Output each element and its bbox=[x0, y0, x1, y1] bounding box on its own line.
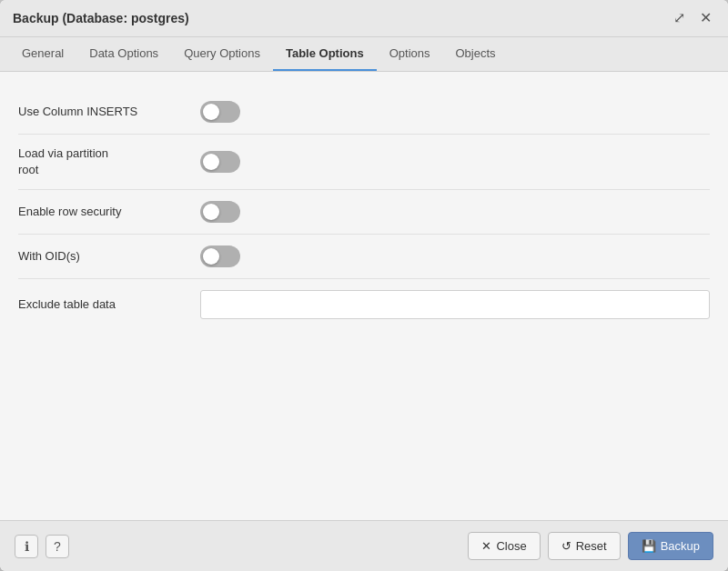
with-oids-label: With OID(s) bbox=[18, 248, 200, 265]
footer-right: ✕ Close ↺ Reset 💾 Backup bbox=[468, 532, 713, 560]
use-column-inserts-label: Use Column INSERTS bbox=[18, 104, 200, 120]
exclude-table-data-row: Exclude table data bbox=[18, 279, 710, 330]
reset-button[interactable]: ↺ Reset bbox=[548, 532, 621, 560]
with-oids-slider bbox=[200, 245, 240, 267]
backup-button[interactable]: 💾 Backup bbox=[628, 532, 713, 560]
backup-label: Backup bbox=[661, 539, 700, 553]
tab-query-options[interactable]: Query Options bbox=[171, 37, 273, 71]
help-icon: ? bbox=[54, 539, 61, 554]
load-via-partition-root-label: Load via partitionroot bbox=[18, 145, 200, 178]
load-via-partition-root-control bbox=[200, 151, 710, 173]
tab-general[interactable]: General bbox=[9, 37, 76, 71]
info-icon: ℹ bbox=[25, 539, 29, 554]
load-via-partition-root-toggle[interactable] bbox=[200, 151, 240, 173]
tabs-bar: General Data Options Query Options Table… bbox=[0, 37, 728, 72]
footer-left: ℹ ? bbox=[15, 535, 69, 558]
enable-row-security-control bbox=[200, 201, 710, 223]
tab-table-options[interactable]: Table Options bbox=[273, 37, 377, 71]
close-button[interactable]: ✕ Close bbox=[468, 532, 540, 560]
exclude-table-data-label: Exclude table data bbox=[18, 296, 200, 313]
tab-data-options[interactable]: Data Options bbox=[76, 37, 171, 71]
close-icon: ✕ bbox=[481, 539, 491, 553]
enable-row-security-slider bbox=[200, 201, 240, 223]
enable-row-security-row: Enable row security bbox=[18, 190, 710, 235]
use-column-inserts-slider bbox=[200, 101, 240, 123]
help-button[interactable]: ? bbox=[46, 535, 69, 558]
load-via-partition-root-slider bbox=[200, 151, 240, 173]
load-via-partition-root-row: Load via partitionroot bbox=[18, 135, 710, 190]
use-column-inserts-row: Use Column INSERTS bbox=[18, 90, 710, 135]
dialog-title: Backup (Database: postgres) bbox=[13, 11, 189, 25]
close-label: Close bbox=[496, 539, 526, 553]
exclude-table-data-control bbox=[200, 290, 710, 319]
backup-icon: 💾 bbox=[642, 539, 656, 553]
with-oids-control bbox=[200, 245, 710, 267]
with-oids-toggle[interactable] bbox=[200, 245, 240, 267]
tab-objects[interactable]: Objects bbox=[442, 37, 508, 71]
expand-button[interactable]: ⤢ bbox=[670, 9, 689, 27]
enable-row-security-label: Enable row security bbox=[18, 204, 200, 220]
enable-row-security-toggle[interactable] bbox=[200, 201, 240, 223]
tab-options[interactable]: Options bbox=[377, 37, 443, 71]
info-button[interactable]: ℹ bbox=[15, 535, 38, 558]
title-bar: Backup (Database: postgres) ⤢ ✕ bbox=[0, 0, 728, 37]
content-area: Use Column INSERTS Load via partitionroo… bbox=[0, 72, 728, 520]
reset-icon: ↺ bbox=[561, 539, 571, 553]
backup-dialog: Backup (Database: postgres) ⤢ ✕ General … bbox=[0, 0, 728, 571]
use-column-inserts-control bbox=[200, 101, 710, 123]
reset-label: Reset bbox=[576, 539, 607, 553]
footer: ℹ ? ✕ Close ↺ Reset 💾 Backup bbox=[0, 520, 728, 571]
close-window-button[interactable]: ✕ bbox=[696, 9, 715, 27]
title-bar-actions: ⤢ ✕ bbox=[670, 9, 715, 27]
exclude-table-data-input[interactable] bbox=[200, 290, 710, 319]
use-column-inserts-toggle[interactable] bbox=[200, 101, 240, 123]
with-oids-row: With OID(s) bbox=[18, 235, 710, 279]
